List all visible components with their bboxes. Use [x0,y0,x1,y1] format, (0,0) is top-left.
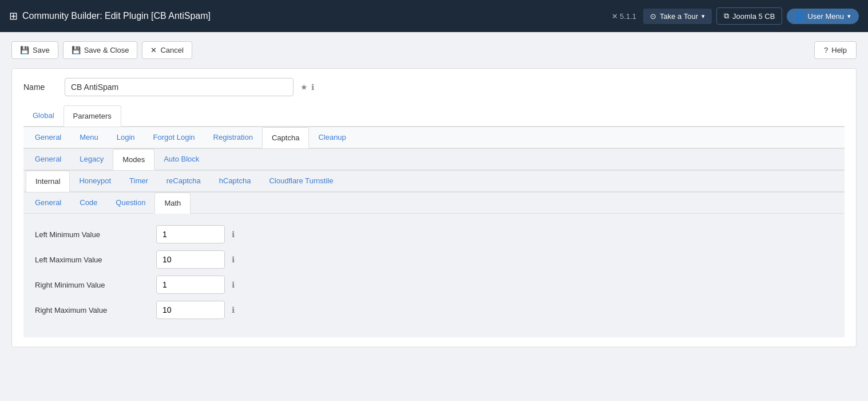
tab-general-l3[interactable]: General [26,149,70,170]
tab-global[interactable]: Global [23,105,64,127]
navbar-right: ✕ 5.1.1 ⊙ Take a Tour ▾ ⧉ Joomla 5 CB 👤 … [612,7,859,25]
field-row-right-min: Right Minimum Value ℹ [35,276,833,294]
tab-registration[interactable]: Registration [204,127,262,148]
tab-recaptcha[interactable]: reCaptcha [157,171,210,192]
left-max-info-icon[interactable]: ℹ [232,255,235,264]
chevron-down-icon: ▾ [701,13,705,20]
right-max-label: Right Maximum Value [35,306,149,314]
save-close-button[interactable]: 💾 Save & Close [63,41,138,59]
puzzle-icon: ⊞ [9,10,18,22]
name-input[interactable] [65,78,294,96]
tab-question[interactable]: Question [106,192,154,214]
tabs-level1: Global Parameters [23,105,845,127]
navbar-brand: ⊞ Community Builder: Edit Plugin [CB Ant… [9,10,605,22]
page-title: Community Builder: Edit Plugin [CB AntiS… [22,11,211,21]
tour-icon: ⊙ [650,12,656,21]
save-icon: 💾 [20,46,29,54]
tab-legacy[interactable]: Legacy [70,149,113,170]
tab-honeypot[interactable]: Honeypot [70,171,120,192]
left-min-info-icon[interactable]: ℹ [232,230,235,239]
name-label: Name [23,82,58,92]
form-card: Name ★ ℹ Global Parameters General Menu [11,68,857,347]
star-icon: ★ [300,82,308,92]
help-button[interactable]: ? Help [814,41,857,59]
field-row-left-min: Left Minimum Value ℹ [35,225,833,243]
right-max-info-icon[interactable]: ℹ [232,305,235,314]
right-min-info-icon[interactable]: ℹ [232,280,235,289]
toolbar-right: ? Help [814,41,857,59]
main-content: 💾 Save 💾 Save & Close ✕ Cancel ? Help Na… [0,32,868,356]
user-icon: 👤 [795,12,804,21]
tabs-level3: General Legacy Modes Auto Block [23,148,845,170]
tab-internal[interactable]: Internal [26,171,70,192]
tab-code[interactable]: Code [70,192,106,214]
tab-cloudflare[interactable]: Cloudflare Turnstile [260,171,342,192]
save-close-icon: 💾 [72,46,81,54]
left-min-input[interactable] [156,225,225,243]
tabs-level4: Internal Honeypot Timer reCaptcha hCaptc… [23,170,845,192]
tab-timer[interactable]: Timer [120,171,157,192]
external-link-icon: ⧉ [724,11,729,21]
left-min-label: Left Minimum Value [35,230,149,239]
cancel-button[interactable]: ✕ Cancel [142,41,192,59]
tab-login[interactable]: Login [108,127,144,148]
chevron-down-icon-user: ▾ [847,13,851,20]
tab-menu[interactable]: Menu [70,127,108,148]
name-icons: ★ ℹ [300,82,314,92]
tab-forgot-login[interactable]: Forgot Login [144,127,204,148]
tab-captcha[interactable]: Captcha [262,127,309,148]
tabs-level2: General Menu Login Forgot Login Registra… [23,127,845,148]
right-max-input[interactable] [156,301,225,319]
help-icon: ? [824,46,828,54]
tab-cleanup[interactable]: Cleanup [309,127,355,148]
info-icon: ℹ [311,82,314,92]
field-row-right-max: Right Maximum Value ℹ [35,301,833,319]
tab-math[interactable]: Math [154,192,191,214]
field-row-left-max: Left Maximum Value ℹ [35,250,833,269]
tab-general-l2[interactable]: General [26,127,70,148]
joomla-button[interactable]: ⧉ Joomla 5 CB [716,7,782,25]
save-button[interactable]: 💾 Save [11,41,58,59]
tab-modes[interactable]: Modes [113,149,154,170]
version-badge: ✕ 5.1.1 [612,12,637,21]
fields-area: Left Minimum Value ℹ Left Maximum Value … [23,214,845,337]
left-max-label: Left Maximum Value [35,255,149,264]
left-max-input[interactable] [156,250,225,269]
tabs-level5: General Code Question Math [23,192,845,214]
tab-parameters[interactable]: Parameters [64,105,121,127]
tab-hcaptcha[interactable]: hCaptcha [210,171,260,192]
tab-auto-block[interactable]: Auto Block [154,149,208,170]
cancel-icon: ✕ [150,46,157,54]
toolbar: 💾 Save 💾 Save & Close ✕ Cancel ? Help [11,41,857,59]
user-menu-button[interactable]: 👤 User Menu ▾ [787,9,859,24]
right-min-input[interactable] [156,276,225,294]
navbar: ⊞ Community Builder: Edit Plugin [CB Ant… [0,0,868,32]
right-min-label: Right Minimum Value [35,281,149,289]
take-tour-button[interactable]: ⊙ Take a Tour ▾ [643,9,712,24]
name-row: Name ★ ℹ [23,78,845,96]
tab-general-l5[interactable]: General [26,192,70,214]
